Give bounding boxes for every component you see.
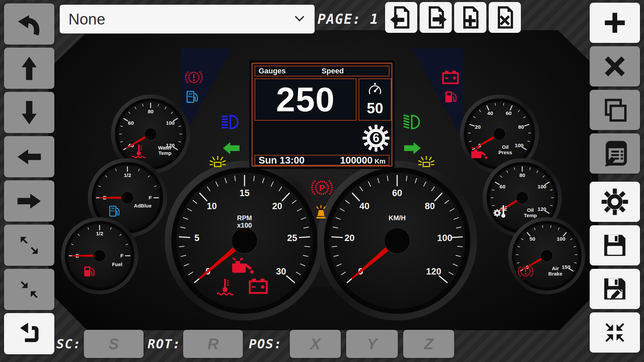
- svg-text:20: 20: [344, 233, 355, 243]
- fuel-gauge-icon[interactable]: [83, 264, 97, 278]
- svg-text:Fuel: Fuel: [112, 261, 122, 267]
- svg-text:5: 5: [195, 233, 200, 243]
- scale-button[interactable]: S: [84, 330, 144, 358]
- svg-text:10: 10: [207, 201, 217, 211]
- svg-text:100: 100: [437, 233, 452, 243]
- display-speed-value: 250: [276, 80, 335, 119]
- size-decrease-button[interactable]: [4, 269, 54, 310]
- gear-value: 6: [362, 124, 390, 152]
- undo-button[interactable]: [4, 3, 54, 45]
- cruise-panel: 50: [359, 78, 391, 121]
- axis-y-button[interactable]: Y: [346, 330, 398, 358]
- svg-text:Water: Water: [158, 145, 172, 150]
- fuel-low-indicator[interactable]: [443, 89, 459, 104]
- low-beam-indicator[interactable]: [402, 112, 423, 132]
- oil-press-gauge-icon[interactable]: [469, 143, 489, 162]
- high-beam-indicator[interactable]: [220, 112, 241, 132]
- page-previous-button[interactable]: [385, 2, 417, 33]
- widget-type-value: None: [68, 10, 105, 28]
- display-speed-panel: 250: [255, 78, 357, 121]
- gauge-air-brake[interactable]: 050100150AirBrake: [508, 217, 586, 295]
- move-down-button[interactable]: [4, 92, 54, 133]
- back-button[interactable]: [4, 313, 54, 354]
- oil-pressure-warning-icon[interactable]: [229, 252, 256, 278]
- water-temp-gauge-icon[interactable]: [131, 143, 147, 159]
- page-delete-button[interactable]: [489, 2, 521, 33]
- svg-text:100: 100: [538, 184, 546, 189]
- edit-properties-button[interactable]: [590, 133, 640, 174]
- rotate-button[interactable]: R: [183, 330, 243, 358]
- svg-text:40: 40: [359, 201, 369, 211]
- svg-text:1/2: 1/2: [124, 172, 131, 178]
- chevron-down-icon: [293, 12, 306, 26]
- parking-brake-indicator[interactable]: P: [311, 177, 333, 199]
- svg-text:50: 50: [530, 236, 535, 242]
- svg-text:RPM: RPM: [237, 214, 252, 222]
- settings-button[interactable]: [590, 182, 640, 222]
- svg-text:20: 20: [272, 201, 282, 211]
- svg-text:Blue: Blue: [111, 209, 115, 212]
- display-footer: Sun 13:00 100000Km: [255, 155, 389, 166]
- size-increase-button[interactable]: [4, 225, 54, 266]
- oil-temp-gauge-icon[interactable]: [492, 203, 509, 221]
- svg-text:1/2: 1/2: [96, 231, 103, 236]
- gauge-tachometer[interactable]: 051015202530RPMx100: [164, 161, 325, 321]
- save-as-button[interactable]: [590, 269, 640, 309]
- svg-text:60: 60: [500, 184, 505, 189]
- svg-text:60: 60: [392, 188, 402, 198]
- axis-z-label: Z: [424, 335, 433, 353]
- brake-warning-indicator[interactable]: [185, 68, 203, 86]
- svg-text:Ad: Ad: [111, 207, 114, 209]
- axis-z-button[interactable]: Z: [403, 330, 454, 358]
- info-display-widget[interactable]: Gauges Speed 250 50 6 Sun 13:00 100000Km: [252, 63, 392, 167]
- svg-text:Air: Air: [552, 265, 559, 271]
- svg-text:80: 80: [519, 172, 525, 178]
- svg-text:P: P: [319, 183, 325, 193]
- coolant-temp-warning-icon[interactable]: [215, 277, 235, 297]
- battery-tach-warning-icon[interactable]: [248, 276, 269, 297]
- move-up-button[interactable]: [4, 48, 54, 89]
- svg-text:Brake: Brake: [548, 271, 562, 277]
- gauge-speedometer[interactable]: 020406080100120KM/H: [317, 161, 477, 321]
- svg-text:15: 15: [239, 188, 250, 198]
- odometer-unit: Km: [375, 158, 385, 165]
- parking-light-right-indicator[interactable]: [417, 152, 435, 170]
- collapse-ui-button[interactable]: [590, 312, 640, 353]
- display-widget-name: Speed: [322, 67, 344, 75]
- odometer: 100000Km: [340, 155, 385, 166]
- svg-text:40: 40: [487, 110, 493, 116]
- delete-widget-button[interactable]: [590, 46, 640, 86]
- beacon-indicator[interactable]: [313, 204, 329, 221]
- move-right-button[interactable]: [4, 180, 54, 222]
- axis-x-button[interactable]: X: [290, 330, 341, 358]
- parking-light-left-indicator[interactable]: [209, 152, 227, 170]
- move-left-button[interactable]: [4, 136, 54, 177]
- svg-text:Oil: Oil: [527, 207, 534, 213]
- cruise-speed-value: 50: [367, 100, 383, 117]
- svg-text:100: 100: [557, 236, 566, 242]
- air-brake-gauge-icon[interactable]: [518, 263, 534, 280]
- rotate-button-label: R: [207, 335, 218, 353]
- svg-text:KM/H: KM/H: [388, 214, 406, 222]
- axis-y-label: Y: [367, 335, 377, 353]
- widget-type-dropdown[interactable]: None: [60, 5, 315, 34]
- svg-text:25: 25: [287, 233, 297, 243]
- adblue-gauge-icon[interactable]: AdBlue: [108, 204, 122, 218]
- position-label: POS:: [249, 337, 282, 351]
- svg-text:100: 100: [515, 142, 524, 148]
- gauge-fuel[interactable]: E1/2FFuel: [61, 217, 139, 295]
- duplicate-widget-button[interactable]: [590, 90, 640, 130]
- svg-text:F: F: [149, 195, 152, 200]
- save-button[interactable]: [590, 225, 640, 265]
- display-clock: Sun 13:00: [259, 155, 305, 166]
- battery-warning-indicator[interactable]: [441, 68, 460, 87]
- scale-label: SC:: [56, 337, 82, 351]
- adblue-low-indicator[interactable]: AdBlue: [185, 89, 200, 104]
- rotate-label: ROT:: [148, 337, 181, 351]
- dashboard-editor: 406080100120WaterTempE1/2FAdBlueE1/2FFue…: [0, 0, 644, 362]
- page-add-button[interactable]: [454, 2, 486, 33]
- svg-text:120: 120: [426, 266, 441, 277]
- page-next-button[interactable]: [420, 2, 452, 33]
- add-widget-button[interactable]: [590, 3, 640, 43]
- scale-button-label: S: [109, 335, 119, 353]
